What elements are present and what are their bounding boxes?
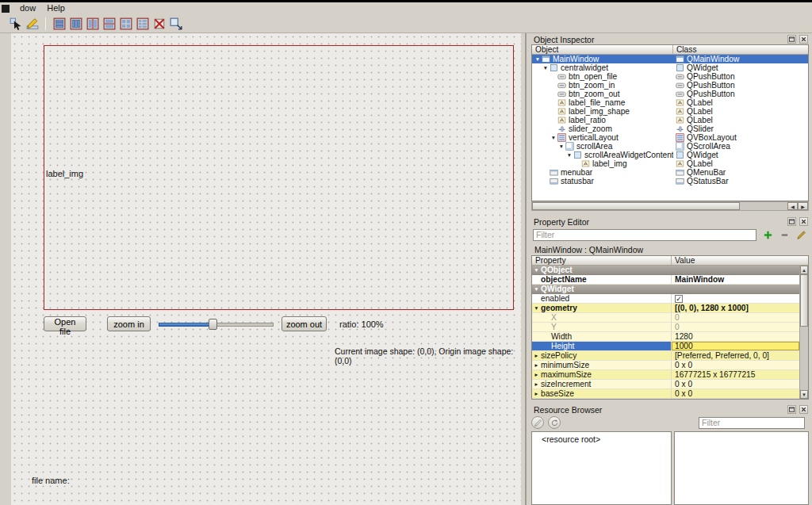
add-dynamic-property-button[interactable] xyxy=(763,230,773,240)
object-inspector-close-button[interactable] xyxy=(799,35,808,44)
edit-widgets-icon[interactable] xyxy=(7,15,24,32)
object-row-scrollArea[interactable]: ▾scrollAreaQScrollArea xyxy=(532,142,808,151)
object-row-MainWindow[interactable]: ▾MainWindowQMainWindow xyxy=(532,55,808,63)
resource-root-item[interactable]: <resource root> xyxy=(542,434,600,444)
property-column-header[interactable]: Property xyxy=(532,256,672,265)
property-value[interactable]: 0 xyxy=(672,313,799,322)
expand-arrow-icon[interactable]: ▸ xyxy=(532,371,541,378)
property-name[interactable]: X xyxy=(532,313,672,322)
layout-form-icon[interactable] xyxy=(134,15,151,32)
property-editor-close-button[interactable] xyxy=(799,217,808,226)
remove-dynamic-property-button[interactable] xyxy=(779,230,790,240)
scroll-left-button[interactable]: ◀ xyxy=(787,202,798,210)
collapse-arrow-icon[interactable]: ▾ xyxy=(557,143,565,150)
property-name[interactable]: ▸sizeIncrement xyxy=(532,380,672,388)
edit-resources-icon[interactable] xyxy=(531,416,544,429)
expand-arrow-icon[interactable]: ▸ xyxy=(532,352,541,359)
menu-window[interactable]: dow xyxy=(14,2,41,14)
zoom-out-button[interactable]: zoom out xyxy=(282,316,327,331)
property-value[interactable]: MainWindow xyxy=(672,275,799,284)
property-value[interactable]: [(0, 0), 1280 x 1000] xyxy=(672,304,799,312)
object-row-statusbar[interactable]: statusbarQStatusBar xyxy=(532,177,808,186)
expand-arrow-icon[interactable]: ▸ xyxy=(532,362,541,369)
property-name[interactable]: Y xyxy=(532,323,672,331)
property-value[interactable]: 1280 xyxy=(672,332,799,341)
property-value[interactable]: 1000 xyxy=(672,342,799,350)
splitter-vertical-icon[interactable] xyxy=(101,15,117,32)
scroll-right-button[interactable]: ▶ xyxy=(798,202,808,210)
object-inspector-hscrollbar[interactable]: ◀ ▶ xyxy=(531,201,809,211)
property-name[interactable]: ▸minimumSize xyxy=(532,361,672,369)
slider-handle[interactable] xyxy=(209,319,217,330)
property-row-X[interactable]: X0 xyxy=(532,313,799,323)
object-row-label_ratio[interactable]: label_ratioQLabel xyxy=(532,116,808,124)
property-row-maximumSize[interactable]: ▸maximumSize16777215 x 16777215 xyxy=(532,370,799,380)
object-inspector-float-button[interactable] xyxy=(787,35,796,44)
property-name[interactable]: ▾geometry xyxy=(532,304,672,312)
resource-browser-close-button[interactable] xyxy=(799,405,808,414)
object-column-header[interactable]: Object xyxy=(532,45,673,54)
property-name[interactable]: Height xyxy=(532,342,672,350)
collapse-arrow-icon[interactable]: ▾ xyxy=(550,134,557,141)
collapse-arrow-icon[interactable]: ▾ xyxy=(534,55,542,63)
label-img-widget[interactable]: label_img xyxy=(46,169,83,178)
property-editor-vscrollbar[interactable]: ▲ ▼ xyxy=(799,266,808,399)
property-value[interactable]: 0 x 0 xyxy=(672,361,799,369)
property-row-baseSize[interactable]: ▸baseSize0 x 0 xyxy=(532,389,799,399)
reload-resources-icon[interactable] xyxy=(548,416,561,429)
layout-grid-icon[interactable] xyxy=(117,15,134,32)
property-name[interactable]: objectName xyxy=(532,275,672,284)
property-row-Width[interactable]: Width1280 xyxy=(532,332,799,342)
layout-vertical-icon[interactable] xyxy=(51,15,67,32)
property-name[interactable]: enabled xyxy=(532,294,672,303)
resource-browser-float-button[interactable] xyxy=(787,405,796,414)
edit-signals-icon[interactable] xyxy=(24,15,40,32)
property-value[interactable]: 0 x 0 xyxy=(672,380,799,388)
expand-arrow-icon[interactable]: ▸ xyxy=(532,381,541,388)
object-row-label_file_name[interactable]: label_file_nameQLabel xyxy=(532,98,808,107)
value-column-header[interactable]: Value xyxy=(672,256,808,265)
property-name[interactable]: Width xyxy=(532,332,672,341)
object-row-centralwidget[interactable]: ▾centralwidgetQWidget xyxy=(532,63,808,72)
scroll-down-button[interactable]: ▼ xyxy=(800,390,808,399)
property-value[interactable]: ✓ xyxy=(672,294,799,303)
property-group-QWidget[interactable]: ▾QWidget xyxy=(532,285,799,294)
zoom-in-button[interactable]: zoom in xyxy=(107,316,151,331)
class-column-header[interactable]: Class xyxy=(673,45,808,54)
property-row-objectName[interactable]: objectNameMainWindow xyxy=(532,275,799,285)
object-row-label_img[interactable]: label_imgQLabel xyxy=(532,159,808,168)
object-row-label_img_shape[interactable]: label_img_shapeQLabel xyxy=(532,107,808,116)
property-editor-float-button[interactable] xyxy=(787,217,796,226)
property-row-geometry[interactable]: ▾geometry[(0, 0), 1280 x 1000] xyxy=(532,304,799,313)
object-row-verticalLayout[interactable]: ▾verticalLayoutQVBoxLayout xyxy=(532,133,808,142)
resource-tree-panel[interactable]: <resource root> xyxy=(531,431,672,505)
object-row-btn_zoom_out[interactable]: btn_zoom_outQPushButton xyxy=(532,90,808,98)
object-row-slider_zoom[interactable]: slider_zoomQSlider xyxy=(532,124,808,133)
hscrollbar-thumb[interactable] xyxy=(532,202,740,210)
object-row-menubar[interactable]: menubarQMenuBar xyxy=(532,168,808,177)
property-editor-config-icon[interactable] xyxy=(796,230,806,240)
property-value[interactable]: 16777215 x 16777215 xyxy=(672,370,799,379)
property-row-sizePolicy[interactable]: ▸sizePolicy[Preferred, Preferred, 0, 0] xyxy=(532,351,799,361)
collapse-arrow-icon[interactable]: ▾ xyxy=(532,266,541,274)
menu-help[interactable]: Help xyxy=(41,2,71,14)
resource-preview-panel[interactable] xyxy=(674,431,809,505)
scroll-up-button[interactable]: ▲ xyxy=(800,266,808,274)
splitter-horizontal-icon[interactable] xyxy=(84,15,101,32)
property-value[interactable]: 0 x 0 xyxy=(672,389,799,398)
property-row-enabled[interactable]: enabled✓ xyxy=(532,294,799,304)
property-name[interactable]: ▸sizePolicy xyxy=(532,351,672,360)
property-row-Y[interactable]: Y0 xyxy=(532,323,799,332)
property-name[interactable]: ▸maximumSize xyxy=(532,370,672,379)
collapse-arrow-icon[interactable]: ▾ xyxy=(565,151,573,159)
property-name[interactable]: ▸baseSize xyxy=(532,389,672,398)
open-file-button[interactable]: Open file xyxy=(44,316,86,331)
collapse-arrow-icon[interactable]: ▾ xyxy=(542,64,550,71)
property-group-QObject[interactable]: ▾QObject xyxy=(532,266,799,275)
property-row-sizeIncrement[interactable]: ▸sizeIncrement0 x 0 xyxy=(532,380,799,389)
expand-arrow-icon[interactable]: ▸ xyxy=(532,390,541,397)
resource-filter-input[interactable] xyxy=(699,417,805,429)
scrollarea-widget-outline[interactable] xyxy=(44,45,514,310)
object-row-btn_zoom_in[interactable]: btn_zoom_inQPushButton xyxy=(532,81,808,90)
property-row-minimumSize[interactable]: ▸minimumSize0 x 0 xyxy=(532,361,799,370)
